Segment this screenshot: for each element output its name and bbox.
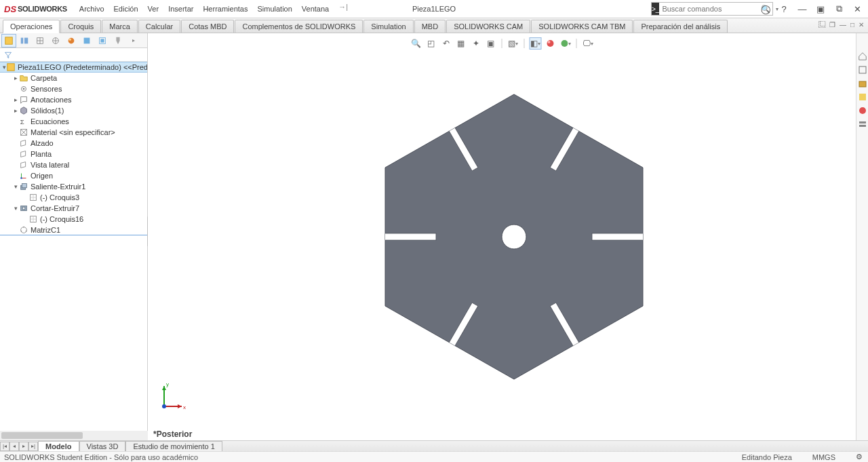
prev-view-icon[interactable]: ↶ <box>440 37 452 50</box>
tree-item[interactable]: Material <sin especificar> <box>0 127 147 138</box>
home-icon[interactable] <box>857 51 868 62</box>
dimxpert-icon[interactable] <box>48 34 63 47</box>
search-input[interactable] <box>659 5 758 13</box>
tab-croquis[interactable]: Croquis <box>60 20 101 33</box>
appearances-icon[interactable] <box>857 119 868 130</box>
design-lib-icon[interactable] <box>857 78 868 89</box>
expand-icon[interactable]: ▸ <box>12 96 19 103</box>
cam-tree-icon[interactable] <box>79 34 94 47</box>
minimize-icon[interactable]: — <box>797 4 807 14</box>
mdi-maximize-icon[interactable]: □ <box>850 21 854 28</box>
feature-tree[interactable]: ▾ Pieza1LEGO (Predeterminado) <<Predete … <box>0 62 147 440</box>
cam-tools-icon[interactable] <box>111 34 125 47</box>
tab-simulation[interactable]: Simulation <box>363 20 413 33</box>
maximize-icon[interactable]: ⧉ <box>834 4 844 14</box>
tree-item-label: Material <sin especificar> <box>31 128 115 136</box>
zoom-area-icon[interactable]: ◰ <box>425 37 437 50</box>
appearance-icon[interactable] <box>545 37 557 50</box>
svg-rect-42 <box>378 233 436 240</box>
menu-ventana[interactable]: Ventana <box>298 3 333 15</box>
status-settings-icon[interactable]: ⚙ <box>856 453 863 461</box>
tree-item[interactable]: (-) Croquis3 <box>0 192 147 203</box>
tree-item-label: Planta <box>31 150 52 158</box>
tree-item[interactable]: ▾Saliente-Extruir1 <box>0 181 147 192</box>
tree-item[interactable]: ▾Cortar-Extruir7 <box>0 203 147 214</box>
tab-sw-cam[interactable]: SOLIDWORKS CAM <box>446 20 530 33</box>
tab-sw-cam-tbm[interactable]: SOLIDWORKS CAM TBM <box>531 20 633 33</box>
tab-vistas-3d[interactable]: Vistas 3D <box>79 441 126 451</box>
mdi-restore-icon[interactable]: ❐ <box>829 21 835 28</box>
view-settings-icon[interactable]: 🖵▾ <box>582 37 594 50</box>
tree-item[interactable]: ▸Anotaciones <box>0 94 147 105</box>
tab-marca[interactable]: Marca <box>102 20 138 33</box>
tree-h-scrollbar[interactable] <box>0 431 148 440</box>
user-icon[interactable]: ◯ <box>761 4 770 14</box>
tab-calcular[interactable]: Calcular <box>138 20 180 33</box>
menu-simulation[interactable]: Simulation <box>253 3 296 15</box>
property-mgr-icon[interactable] <box>17 34 32 47</box>
tree-item[interactable]: MatrizC1 <box>0 225 147 235</box>
graphics-viewport[interactable]: 🔍 ◰ ↶ ▦ ✦ ▣ ▧▾ ◧▾ ▾ 🖵▾ <box>148 33 856 440</box>
display-style-icon[interactable]: ▧▾ <box>507 37 519 50</box>
expand-icon[interactable]: ▾ <box>12 183 19 190</box>
menu-herramientas[interactable]: Herramientas <box>199 3 252 15</box>
expand-icon[interactable]: ▸ <box>12 107 19 114</box>
menu-edicion[interactable]: Edición <box>110 3 142 15</box>
help-icon[interactable]: ? <box>779 4 789 14</box>
scene-icon[interactable]: ▾ <box>559 37 572 50</box>
tab-complementos[interactable]: Complementos de SOLIDWORKS <box>235 20 363 33</box>
view-orient-icon[interactable]: ▣ <box>485 37 497 50</box>
tab-last-icon[interactable]: ▸| <box>28 442 38 451</box>
feature-tree-icon[interactable] <box>1 34 16 47</box>
tree-item[interactable]: ▸Sólidos(1) <box>0 105 147 116</box>
command-search[interactable]: >_ 🔍 ▾ <box>651 2 773 16</box>
tab-cotas-mbd[interactable]: Cotas MBD <box>181 20 234 33</box>
config-mgr-icon[interactable] <box>33 34 47 47</box>
view-palette-icon[interactable] <box>857 105 868 116</box>
mdi-close-icon[interactable]: ✕ <box>859 21 864 28</box>
hide-show-icon[interactable]: ◧▾ <box>530 37 542 50</box>
expand-icon[interactable]: ▾ <box>12 205 19 212</box>
expand-icon[interactable]: ▸ <box>12 75 19 81</box>
mdi-minimize-icon[interactable]: — <box>840 21 846 28</box>
cam-ops-icon[interactable] <box>95 34 110 47</box>
file-explorer-icon[interactable] <box>857 92 868 102</box>
tree-item[interactable]: Sensores <box>0 83 147 94</box>
tree-item[interactable]: Alzado <box>0 138 147 149</box>
status-units[interactable]: MMGS <box>812 453 835 461</box>
dynamic-view-icon[interactable]: ✦ <box>470 37 482 50</box>
display-mgr-icon[interactable] <box>64 34 79 47</box>
tab-first-icon[interactable]: |◂ <box>0 442 9 451</box>
svg-point-34 <box>548 41 551 43</box>
tab-prev-icon[interactable]: ◂ <box>9 442 19 451</box>
tree-item[interactable]: Vista lateral <box>0 159 147 170</box>
mdi-cascade-icon[interactable]: ⿺ <box>818 21 825 28</box>
tab-modelo[interactable]: Modelo <box>38 441 79 451</box>
restore-icon[interactable]: ▣ <box>816 4 825 14</box>
close-icon[interactable]: ✕ <box>852 4 862 14</box>
tree-root[interactable]: ▾ Pieza1LEGO (Predeterminado) <<Predete <box>0 62 147 73</box>
menu-insertar[interactable]: Insertar <box>164 3 197 15</box>
orientation-triad[interactable]: x y <box>153 379 187 413</box>
zoom-fit-icon[interactable]: 🔍 <box>410 37 422 50</box>
tree-item-label: Sensores <box>31 85 62 93</box>
tree-filter-row[interactable] <box>0 48 147 62</box>
tree-item[interactable]: Origen <box>0 170 147 181</box>
tab-estudio-movimiento[interactable]: Estudio de movimiento 1 <box>125 441 222 451</box>
svg-point-11 <box>23 88 25 90</box>
tree-item[interactable]: ▸Carpeta <box>0 73 147 83</box>
menu-archivo[interactable]: Archivo <box>75 3 108 15</box>
tree-item[interactable]: (-) Croquis16 <box>0 214 147 225</box>
tab-next-icon[interactable]: ▸ <box>19 442 28 451</box>
section-view-icon[interactable]: ▦ <box>455 37 467 50</box>
panel-overflow-icon[interactable]: ▸ <box>126 34 141 47</box>
tree-item[interactable]: ΣEcuaciones <box>0 116 147 127</box>
tab-prep-analisis[interactable]: Preparación del análisis <box>633 20 728 33</box>
menu-ver[interactable]: Ver <box>144 3 163 15</box>
scrollbar-thumb[interactable] <box>1 432 83 439</box>
resources-icon[interactable] <box>857 64 868 75</box>
tab-mbd[interactable]: MBD <box>414 20 446 33</box>
tab-operaciones[interactable]: Operaciones <box>3 20 60 33</box>
menu-overflow-icon[interactable]: →| <box>338 3 348 15</box>
tree-item[interactable]: Planta <box>0 149 147 159</box>
